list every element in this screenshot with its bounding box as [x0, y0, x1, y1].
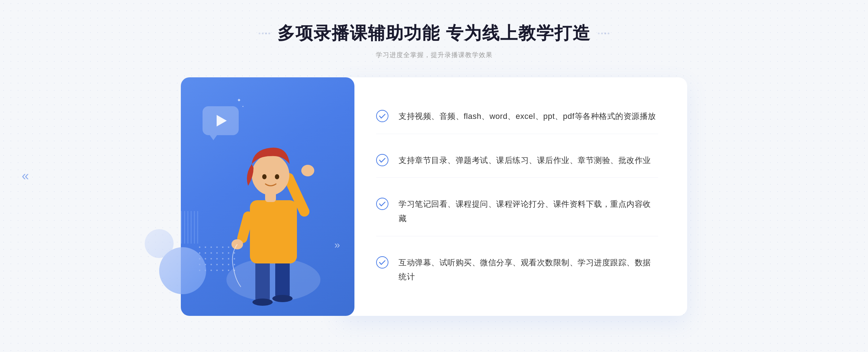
feature-text-2: 支持章节目录、弹题考试、课后练习、课后作业、章节测验、批改作业 [399, 153, 651, 168]
deco-dots-left [259, 33, 270, 34]
svg-rect-2 [275, 258, 290, 298]
svg-point-0 [226, 258, 320, 301]
feature-text-3: 学习笔记回看、课程提问、课程评论打分、课件资料下载，重点内容收藏 [399, 197, 658, 226]
check-icon-1 [376, 110, 388, 122]
check-icon-4 [376, 256, 388, 269]
svg-point-13 [275, 174, 279, 179]
svg-point-16 [376, 198, 388, 210]
title-row: 多项录播课辅助功能 专为线上教学打造 [259, 22, 609, 45]
subtitle: 学习进度全掌握，提升录播课教学效果 [259, 51, 609, 59]
svg-point-12 [262, 174, 267, 179]
svg-point-15 [376, 154, 388, 166]
svg-point-8 [301, 165, 314, 176]
feature-item-1: 支持视频、音频、flash、word、excel、ppt、pdf等各种格式的资源… [376, 99, 658, 134]
content-area: » [181, 77, 687, 316]
check-icon-3 [376, 198, 388, 210]
check-icon-2 [376, 154, 388, 166]
svg-point-11 [252, 155, 289, 195]
left-nav-arrow[interactable]: « [22, 168, 29, 184]
feature-item-2: 支持章节目录、弹题考试、课后练习、课后作业、章节测验、批改作业 [376, 143, 658, 178]
feature-text-1: 支持视频、音频、flash、word、excel、ppt、pdf等各种格式的资源… [399, 109, 656, 124]
page-container: « 多项录播课辅助功能 专为线上教学打造 学习进度全掌握，提升录播课教学效果 [0, 0, 868, 352]
feature-item-3: 学习笔记回看、课程提问、课程评论打分、课件资料下载，重点内容收藏 [376, 187, 658, 236]
main-title: 多项录播课辅助功能 专为线上教学打造 [277, 22, 590, 45]
feature-text-4: 互动弹幕、试听购买、微信分享、观看次数限制、学习进度跟踪、数据统计 [399, 256, 658, 284]
arrow-decoration: » [334, 239, 340, 251]
svg-point-3 [252, 299, 273, 306]
svg-point-17 [376, 257, 388, 268]
play-icon [217, 115, 227, 126]
stripe-decoration [181, 211, 199, 244]
svg-rect-1 [255, 258, 270, 301]
person-illustration [216, 128, 331, 316]
features-panel: 支持视频、音频、flash、word、excel、ppt、pdf等各种格式的资源… [340, 77, 687, 316]
svg-rect-5 [250, 200, 297, 263]
svg-point-14 [376, 110, 388, 122]
header-section: 多项录播课辅助功能 专为线上教学打造 学习进度全掌握，提升录播课教学效果 [259, 22, 609, 59]
svg-point-4 [272, 295, 293, 302]
deco-dots-right [598, 33, 609, 34]
feature-item-4: 互动弹幕、试听购买、微信分享、观看次数限制、学习进度跟踪、数据统计 [376, 245, 658, 294]
illustration-card: » [181, 77, 354, 316]
circle-decoration-2 [145, 229, 174, 258]
